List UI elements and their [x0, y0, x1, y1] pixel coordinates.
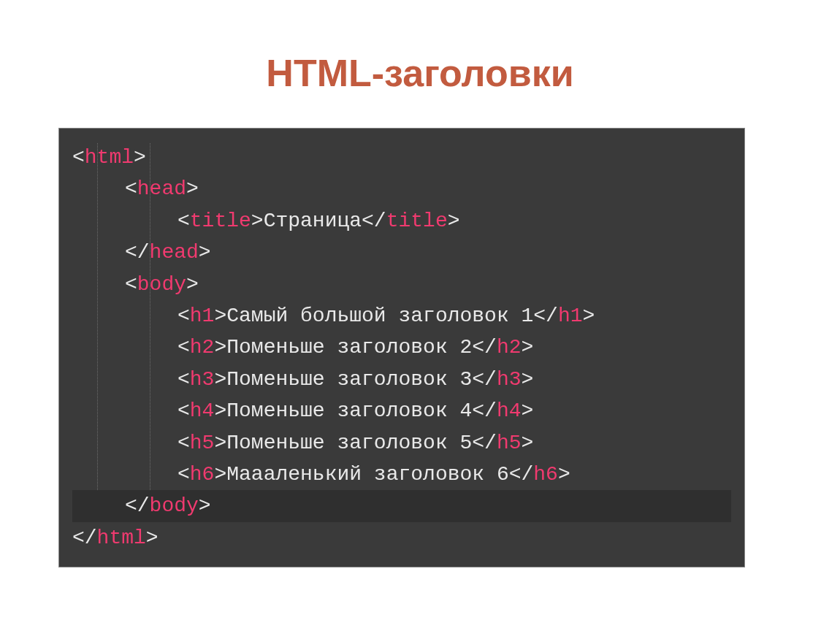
code-line: <title>Страница</title>	[72, 205, 731, 237]
code-line: <h6>Маааленький заголовок 6</h6>	[72, 459, 731, 490]
code-line: <h3>Поменьше заголовок 3</h3>	[72, 364, 731, 395]
code-line: <h5>Поменьше заголовок 5</h5>	[72, 427, 731, 459]
code-line: <body>	[72, 269, 731, 300]
code-line: <head>	[72, 173, 731, 204]
slide-title: HTML-заголовки	[0, 51, 840, 95]
code-line: </head>	[72, 237, 731, 268]
slide: HTML-заголовки <html> <head> <title>Стра…	[0, 0, 840, 631]
code-line: <h2>Поменьше заголовок 2</h2>	[72, 332, 731, 363]
code-line-highlighted: </body>	[72, 490, 731, 521]
code-line: <html>	[72, 142, 731, 173]
code-line: <h4>Поменьше заголовок 4</h4>	[72, 395, 731, 427]
code-line: </html>	[72, 522, 731, 554]
code-block: <html> <head> <title>Страница</title> </…	[58, 128, 745, 567]
code-line: <h1>Самый большой заголовок 1</h1>	[72, 300, 731, 332]
